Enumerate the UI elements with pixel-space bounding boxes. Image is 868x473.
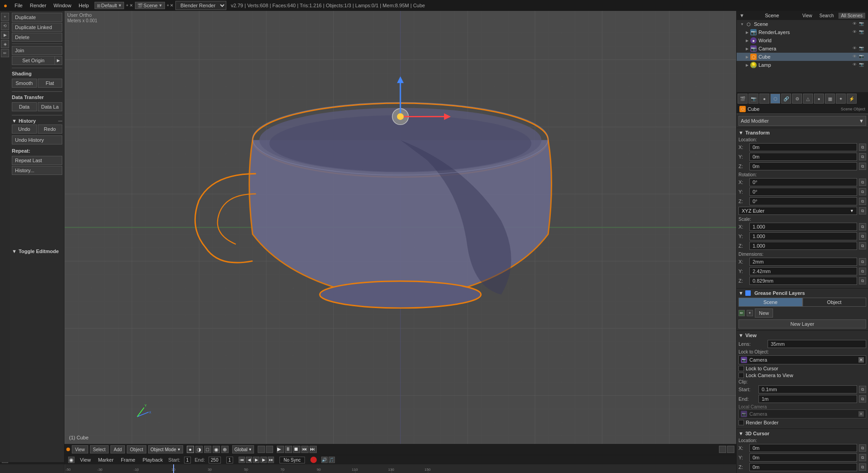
record-btn[interactable] <box>310 457 317 463</box>
undo-history-button[interactable]: Undo History <box>12 135 62 144</box>
cur-y-copy[interactable]: ⧉ <box>859 454 866 461</box>
lamp-render[interactable]: 📷 <box>859 62 864 68</box>
audio2-btn[interactable]: 🎵 <box>329 457 335 463</box>
lamp-visibility[interactable]: 👁 <box>853 62 858 68</box>
undo-button[interactable]: Undo <box>12 124 37 134</box>
dim-x-field[interactable]: 2mm <box>749 258 857 266</box>
dim-y-field[interactable]: 2.42mm <box>749 267 857 275</box>
x-icon[interactable]: ✕ <box>130 3 133 8</box>
rotation-z-field[interactable]: 0° <box>749 197 857 205</box>
viewport[interactable]: User Ortho Meters x 0.001 <box>65 11 736 444</box>
clip-end-copy[interactable]: ⧉ <box>859 395 866 403</box>
overlay-2[interactable] <box>727 446 734 453</box>
dim-z-field[interactable]: 0.829mm <box>749 277 857 285</box>
solid-shading[interactable]: ● <box>187 446 194 453</box>
next-frame-btn[interactable]: ▶ <box>260 457 267 463</box>
cur-z-copy[interactable]: ⧉ <box>859 463 866 471</box>
scale-z-copy[interactable]: ⧉ <box>859 242 866 249</box>
set-origin-button[interactable]: Set Origin <box>12 56 55 65</box>
dim-y-copy[interactable]: ⧉ <box>859 268 866 275</box>
render-icon[interactable]: 📷 <box>859 21 864 27</box>
cur-x-copy[interactable]: ⧉ <box>859 444 866 452</box>
clip-start-field[interactable]: 0.1mm <box>758 385 857 393</box>
loc-z-copy[interactable]: ⧉ <box>859 163 866 170</box>
join-button[interactable]: Join <box>12 46 62 55</box>
outliner-cube[interactable]: ▶ ⬡ Cube 👁 📷 <box>737 53 868 61</box>
gp-add-btn[interactable]: + <box>747 310 753 316</box>
redo-button[interactable]: Redo <box>38 124 63 134</box>
lock-cursor-checkbox[interactable] <box>738 366 744 371</box>
rotation-y-field[interactable]: 0° <box>749 188 857 196</box>
clip-start-copy[interactable]: ⧉ <box>859 386 866 393</box>
rot-y-copy[interactable]: ⧉ <box>859 188 866 195</box>
gp-new-button[interactable]: New <box>755 309 773 318</box>
cam-visibility[interactable]: 👁 <box>853 46 858 51</box>
tl-frame-input[interactable]: 1 <box>226 457 234 463</box>
cursor-y-field[interactable]: 0m <box>749 453 857 462</box>
tab-view[interactable]: View <box>800 13 815 19</box>
menu-file[interactable]: File <box>11 1 26 10</box>
toolbar-relations[interactable]: ⟲ <box>1 22 9 30</box>
gp-new-layer-button[interactable]: New Layer <box>738 319 866 329</box>
tl-playback[interactable]: Playback <box>141 457 165 463</box>
set-origin-arrow[interactable]: ▶ <box>55 56 62 65</box>
vt-select[interactable]: Select <box>90 445 109 453</box>
timeline-ruler[interactable]: -50 -30 -10 10 30 50 70 90 110 130 150 <box>65 464 736 473</box>
render-border-checkbox[interactable] <box>738 420 744 425</box>
overlay-1[interactable] <box>719 446 726 453</box>
ortho-toggle[interactable]: ⊕ <box>221 446 229 453</box>
tab-scene[interactable]: 📷 <box>748 94 758 104</box>
toolbar-physics[interactable]: ◈ <box>1 40 9 48</box>
cube-visibility[interactable]: 👁 <box>853 54 858 60</box>
rendered-shading[interactable]: ◉ <box>213 446 220 453</box>
euler-dropdown[interactable]: XYZ Euler ▼ <box>738 207 857 215</box>
scale-x-field[interactable]: 1.000 <box>749 223 857 231</box>
history-header[interactable]: ▼ History — <box>12 117 62 124</box>
material-shading[interactable]: ◑ <box>195 446 203 453</box>
toolbar-animation[interactable]: ▶ <box>1 31 9 39</box>
tab-physics[interactable]: ⚡ <box>847 94 857 104</box>
stop-btn[interactable]: ⏹ <box>293 446 300 453</box>
play-btn[interactable]: ▶ <box>253 457 259 463</box>
lens-field[interactable]: 35mm <box>768 340 866 348</box>
plus-icon[interactable]: + <box>126 3 128 8</box>
mode-dropdown[interactable]: Object Mode ▼ <box>148 445 183 453</box>
smooth-button[interactable]: Smooth <box>12 79 37 88</box>
timeline-icon[interactable]: ◉ <box>68 457 75 463</box>
tab-object[interactable]: ⬡ <box>770 94 780 104</box>
dim-x-copy[interactable]: ⧉ <box>859 258 866 265</box>
tl-end-input[interactable]: 250 <box>209 457 221 463</box>
skip-start[interactable]: ⏮ <box>239 457 245 463</box>
gp-tab-object[interactable]: Object <box>803 298 867 307</box>
outliner-world[interactable]: ▶ ● World <box>737 36 868 45</box>
toolbar-grease[interactable]: ✏ <box>1 49 9 57</box>
dim-z-copy[interactable]: ⧉ <box>859 277 866 284</box>
menu-window[interactable]: Window <box>50 1 75 10</box>
loc-y-copy[interactable]: ⧉ <box>859 153 866 160</box>
lock-camera-checkbox[interactable] <box>738 373 744 378</box>
tab-world[interactable]: ● <box>759 94 769 104</box>
menu-render[interactable]: Render <box>26 1 50 10</box>
euler-copy[interactable]: ⧉ <box>859 207 866 214</box>
repeat-last-button[interactable]: Repeat Last <box>12 156 62 165</box>
tab-data[interactable]: △ <box>803 94 813 104</box>
tab-texture[interactable]: ▦ <box>825 94 835 104</box>
data-button[interactable]: Data <box>12 102 37 111</box>
render-btn[interactable]: ▶ <box>277 446 284 453</box>
skip-end[interactable]: ⏭ <box>268 457 274 463</box>
sync-dropdown[interactable]: No Sync <box>279 457 305 463</box>
gp-tab-scene[interactable]: Scene <box>738 298 803 307</box>
snap-type[interactable] <box>266 446 273 453</box>
outliner-camera[interactable]: ▶ 📷 Camera 👁 📷 <box>737 45 868 53</box>
tab-constraints[interactable]: 🔗 <box>781 94 791 104</box>
tl-start-input[interactable]: 1 <box>184 457 191 463</box>
scene-plus[interactable]: + <box>167 3 169 8</box>
engine-selector[interactable]: Blender Render <box>175 1 226 10</box>
add-modifier-button[interactable]: Add Modifier ▼ <box>738 116 866 126</box>
cursor-z-field[interactable]: 0m <box>749 463 857 471</box>
location-x-field[interactable]: 0m <box>749 143 857 151</box>
history-dots-button[interactable]: History... <box>12 166 62 175</box>
outliner-scene[interactable]: ▼ ⬡ Scene 👁 📷 <box>737 20 868 28</box>
clip-end-field[interactable]: 1m <box>758 395 857 403</box>
scale-x-copy[interactable]: ⧉ <box>859 223 866 230</box>
